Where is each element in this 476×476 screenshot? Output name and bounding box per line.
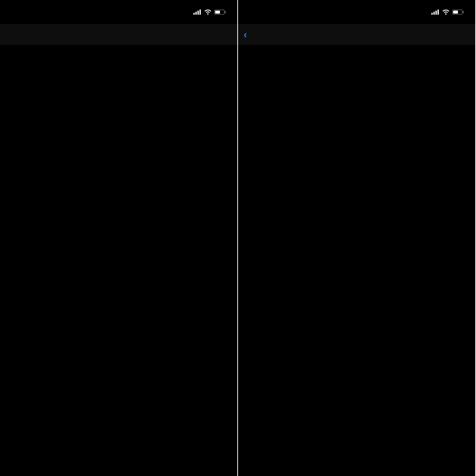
nav-header <box>0 24 237 45</box>
general-list[interactable] <box>238 45 475 476</box>
status-icons <box>193 9 226 15</box>
chevron-left-icon: ‹ <box>244 29 247 39</box>
battery-icon <box>452 9 464 15</box>
svg-rect-2 <box>197 11 199 15</box>
wifi-icon <box>442 9 450 15</box>
svg-rect-0 <box>193 13 195 15</box>
svg-rect-5 <box>215 11 220 14</box>
back-button[interactable]: ‹ <box>244 29 248 39</box>
cellular-signal-icon <box>431 9 440 15</box>
status-bar <box>238 0 475 24</box>
svg-rect-9 <box>435 11 437 15</box>
wifi-icon <box>204 9 212 15</box>
nav-header: ‹ <box>238 24 475 45</box>
svg-rect-3 <box>200 9 201 15</box>
status-icons <box>431 9 464 15</box>
status-bar <box>0 0 237 24</box>
svg-rect-8 <box>433 12 435 15</box>
cellular-signal-icon <box>193 9 202 15</box>
svg-rect-12 <box>453 11 458 14</box>
phone-left <box>0 0 238 476</box>
battery-icon <box>214 9 226 15</box>
svg-rect-13 <box>463 11 464 13</box>
svg-rect-10 <box>438 9 439 15</box>
settings-list[interactable] <box>0 45 237 476</box>
svg-rect-1 <box>195 12 197 15</box>
svg-rect-7 <box>431 13 433 15</box>
phone-right: ‹ <box>238 0 476 476</box>
svg-rect-6 <box>225 11 226 13</box>
